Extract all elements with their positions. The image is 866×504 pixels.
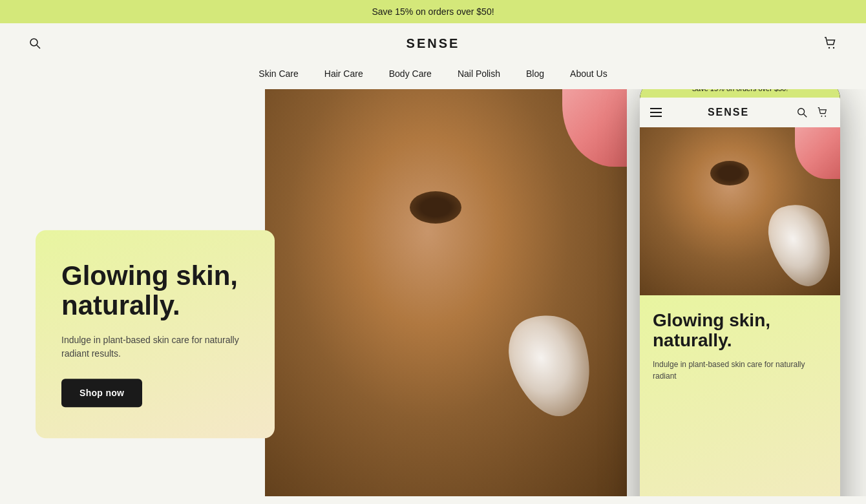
header-right bbox=[821, 34, 840, 53]
phone-hero-image bbox=[640, 127, 840, 295]
svg-point-0 bbox=[30, 39, 37, 46]
phone-search-button[interactable] bbox=[795, 105, 809, 120]
hero-title: Glowing skin, naturally. bbox=[61, 261, 249, 320]
phone-inner: Save 15% on orders over $50! SENSE bbox=[640, 89, 840, 496]
site-logo[interactable]: SENSE bbox=[407, 36, 460, 51]
hero-subtitle: Indulge in plant-based skin care for nat… bbox=[61, 334, 249, 361]
header-left bbox=[26, 34, 44, 52]
announcement-text: Save 15% on orders over $50! bbox=[372, 6, 494, 17]
hamburger-line-1 bbox=[650, 108, 662, 109]
phone-hero-subtitle: Indulge in plant-based skin care for nat… bbox=[653, 359, 827, 382]
page-wrapper: Save 15% on orders over $50! SENSE bbox=[0, 0, 866, 504]
cart-icon bbox=[823, 36, 838, 50]
main-nav: Skin Care Hair Care Body Care Nail Polis… bbox=[0, 63, 866, 89]
announcement-bar: Save 15% on orders over $50! bbox=[0, 0, 866, 23]
phone-mockup: Save 15% on orders over $50! SENSE bbox=[640, 89, 840, 496]
hero-image bbox=[265, 89, 627, 496]
hamburger-line-2 bbox=[650, 112, 662, 113]
phone-hero-title: Glowing skin, naturally. bbox=[653, 311, 827, 351]
face-background bbox=[265, 89, 627, 496]
phone-announcement-text: Save 15% on orders over $50! bbox=[692, 89, 788, 92]
header: SENSE bbox=[0, 23, 866, 63]
phone-announcement-bar: Save 15% on orders over $50! bbox=[640, 89, 840, 98]
svg-line-1 bbox=[37, 45, 40, 48]
nav-about-us[interactable]: About Us bbox=[570, 68, 607, 79]
svg-point-2 bbox=[829, 47, 830, 48]
phone-logo: SENSE bbox=[708, 107, 749, 118]
svg-point-7 bbox=[825, 116, 826, 117]
hamburger-menu[interactable] bbox=[650, 108, 662, 117]
svg-point-3 bbox=[833, 47, 834, 48]
phone-search-icon bbox=[796, 107, 808, 118]
search-icon bbox=[28, 37, 41, 50]
svg-point-4 bbox=[798, 109, 805, 115]
nav-blog[interactable]: Blog bbox=[526, 68, 544, 79]
nav-nail-polish[interactable]: Nail Polish bbox=[458, 68, 500, 79]
shop-now-button[interactable]: Shop now bbox=[61, 379, 142, 408]
main-content: Glowing skin, naturally. Indulge in plan… bbox=[0, 89, 866, 496]
nav-hair-care[interactable]: Hair Care bbox=[324, 68, 363, 79]
search-button[interactable] bbox=[26, 34, 44, 52]
nav-skin-care[interactable]: Skin Care bbox=[259, 68, 298, 79]
nav-body-care[interactable]: Body Care bbox=[389, 68, 432, 79]
phone-headband bbox=[795, 127, 840, 179]
svg-point-6 bbox=[821, 116, 822, 117]
hamburger-line-3 bbox=[650, 116, 662, 117]
phone-hero-card: Glowing skin, naturally. Indulge in plan… bbox=[640, 295, 840, 496]
phone-cart-icon bbox=[817, 107, 829, 118]
cart-button[interactable] bbox=[821, 34, 840, 53]
hero-card: Glowing skin, naturally. Indulge in plan… bbox=[36, 230, 275, 438]
svg-line-5 bbox=[804, 114, 807, 118]
headband-element bbox=[562, 89, 627, 167]
phone-cart-button[interactable] bbox=[816, 105, 830, 120]
phone-header-icons bbox=[795, 105, 830, 120]
phone-header: SENSE bbox=[640, 98, 840, 127]
